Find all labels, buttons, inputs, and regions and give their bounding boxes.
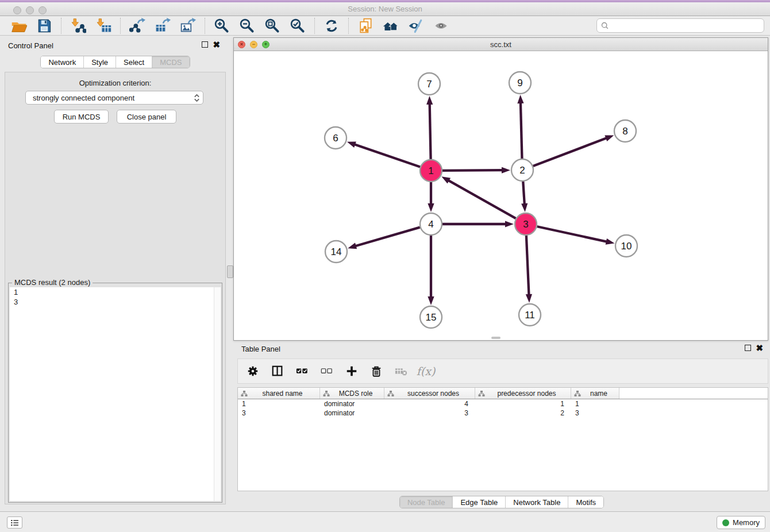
graph-node-label: 11 — [525, 310, 535, 321]
column-header-successor-nodes[interactable]: successor nodes — [384, 388, 475, 399]
split-columns-button[interactable] — [270, 363, 286, 379]
table-cell[interactable]: 2 — [475, 408, 571, 418]
hierarchy-icon — [323, 390, 330, 397]
toolbar-group — [5, 17, 59, 34]
table-cell[interactable]: 1 — [238, 399, 320, 408]
table-panel: Table Panel ✖ f(x) shared nameMCDS roles… — [233, 342, 770, 510]
graph-edge-3-11[interactable] — [526, 236, 529, 295]
zoom-selected-button[interactable] — [288, 17, 307, 34]
import-table-icon — [95, 18, 111, 34]
graph-edge-1-2[interactable] — [442, 170, 503, 171]
show-all-icon — [433, 18, 449, 34]
zoom-in-button[interactable] — [212, 17, 232, 34]
panel-splitter-handle[interactable] — [227, 265, 233, 278]
graph-edge-2-9[interactable] — [521, 102, 522, 159]
hierarchy-icon — [241, 390, 248, 397]
canvas-scroll-nub[interactable] — [491, 337, 500, 339]
graph-node-label: 1 — [428, 165, 433, 176]
zoom-fit-button[interactable] — [263, 17, 282, 34]
table-cell[interactable]: 1 — [475, 399, 571, 408]
graph-edge-3-10[interactable] — [537, 226, 607, 242]
optimization-criterion-select[interactable]: strongly connected component — [25, 91, 203, 105]
graph-edge-1-7[interactable] — [430, 103, 431, 159]
close-panel-icon[interactable]: ✖ — [213, 41, 220, 48]
network-file-button[interactable] — [356, 17, 375, 34]
table-row[interactable]: 1dominator411 — [238, 399, 768, 408]
memory-button[interactable]: Memory — [717, 516, 765, 529]
float-panel-icon[interactable] — [202, 41, 208, 48]
graph-edge-arrowhead — [517, 95, 523, 103]
search-box[interactable] — [596, 18, 764, 33]
table-cell[interactable]: 1 — [571, 399, 619, 408]
graph-svg: 1234678910111415 — [234, 51, 768, 340]
open-session-button[interactable] — [9, 17, 29, 34]
import-network-button[interactable] — [68, 17, 88, 34]
column-header-label: MCDS role — [332, 390, 384, 398]
column-header-name[interactable]: name — [571, 388, 619, 399]
graph-node-label: 14 — [331, 246, 342, 257]
table-cell[interactable]: dominator — [320, 408, 384, 418]
graph-node-label: 7 — [426, 79, 432, 90]
table-cell[interactable]: 3 — [238, 408, 320, 418]
result-line: 3 — [10, 297, 221, 307]
close-table-panel-icon[interactable]: ✖ — [756, 345, 763, 351]
refresh-icon — [324, 18, 340, 34]
table-tab-network-table[interactable]: Network Table — [505, 496, 568, 508]
refresh-button[interactable] — [322, 17, 341, 34]
result-scrollbar[interactable] — [214, 287, 221, 501]
graph-edge-4-14[interactable] — [355, 228, 420, 246]
float-table-panel-icon[interactable] — [745, 345, 751, 351]
delete-table-icon — [395, 365, 407, 377]
graph-edge-3-1[interactable] — [448, 180, 516, 218]
graph-edge-arrowhead — [526, 294, 532, 303]
column-header-predecessor-nodes[interactable]: predecessor nodes — [475, 388, 571, 399]
table-cell[interactable]: 3 — [571, 408, 619, 418]
delete-row-button[interactable] — [368, 363, 384, 379]
show-all-button[interactable] — [432, 17, 451, 34]
deselect-all-button[interactable] — [319, 363, 335, 379]
home-button[interactable] — [381, 17, 401, 34]
hierarchy-icon — [387, 390, 394, 397]
graph-edge-2-3[interactable] — [523, 182, 525, 205]
column-header-MCDS-role[interactable]: MCDS role — [320, 388, 384, 399]
column-header-shared-name[interactable]: shared name — [238, 388, 320, 399]
table-tab-motifs[interactable]: Motifs — [568, 496, 603, 508]
mcds-result-list[interactable]: 13 — [10, 287, 221, 501]
search-input[interactable] — [611, 21, 760, 30]
save-session-button[interactable] — [34, 17, 54, 34]
import-table-button[interactable] — [94, 17, 113, 34]
graph-node-label: 2 — [519, 165, 525, 176]
fx-icon: f(x) — [417, 365, 436, 377]
table-cell[interactable]: 4 — [384, 399, 475, 408]
graph-edge-1-6[interactable] — [354, 144, 420, 167]
run-mcds-button[interactable]: Run MCDS — [54, 110, 109, 124]
table-row[interactable]: 3dominator323 — [238, 408, 768, 418]
settings-gear-button[interactable] — [245, 363, 261, 379]
table-cell[interactable]: 3 — [384, 408, 475, 418]
export-network-button[interactable] — [128, 17, 147, 34]
graph-edge-2-8[interactable] — [533, 138, 607, 166]
tab-network[interactable]: Network — [41, 56, 83, 68]
table-cell[interactable]: dominator — [320, 399, 384, 408]
close-panel-button[interactable]: Close panel — [117, 110, 176, 124]
export-image-button[interactable] — [178, 17, 198, 34]
add-row-button[interactable] — [344, 363, 360, 379]
hide-displayed-button[interactable] — [406, 17, 426, 34]
tab-mcds[interactable]: MCDS — [152, 56, 189, 68]
export-table-button[interactable] — [153, 17, 172, 34]
zoom-out-button[interactable] — [237, 17, 257, 34]
save-session-icon — [36, 18, 52, 34]
graph-node-label: 6 — [333, 133, 338, 144]
table-panel-tabs: Node TableEdge TableNetwork TableMotifs — [233, 496, 770, 508]
toolbar-group — [207, 17, 312, 34]
table-tab-node-table[interactable]: Node Table — [400, 496, 453, 508]
table-tab-edge-table[interactable]: Edge Table — [452, 496, 505, 508]
tab-style[interactable]: Style — [83, 56, 116, 68]
graph-edge-arrowhead — [502, 167, 510, 174]
tab-select[interactable]: Select — [116, 56, 152, 68]
log-console-button[interactable] — [7, 516, 22, 529]
network-canvas[interactable]: 1234678910111415 — [234, 51, 768, 340]
select-all-button[interactable] — [294, 363, 310, 379]
network-window-titlebar[interactable]: × − + scc.txt — [234, 38, 768, 51]
graph-edge-arrowhead — [505, 221, 514, 227]
